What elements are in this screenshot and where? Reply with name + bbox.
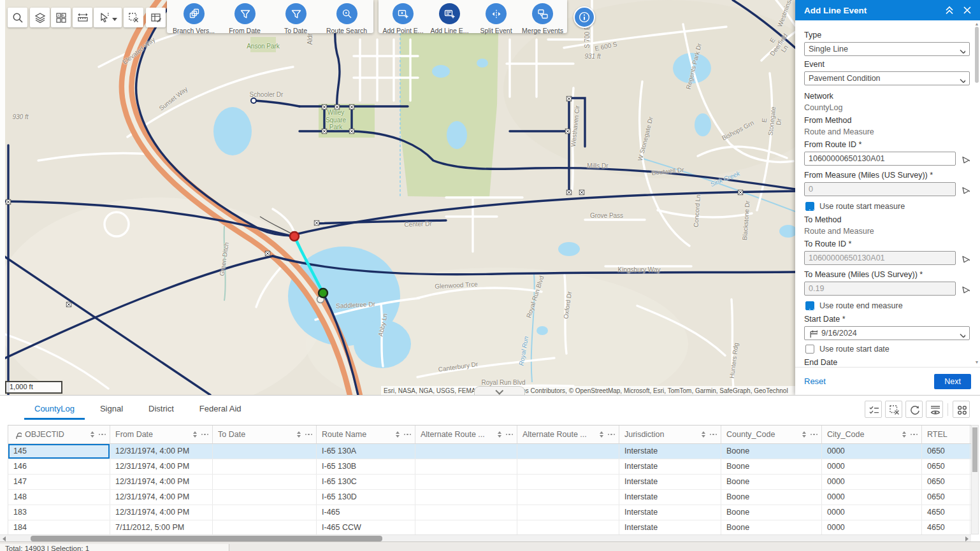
measure-button[interactable] [73,8,92,27]
sort-icon[interactable] [193,431,197,438]
pick-route-on-map-icon[interactable] [960,154,970,164]
table-cell[interactable]: Interstate [619,520,721,534]
table-cell[interactable]: Boone [721,475,822,489]
table-collapse-tab[interactable] [474,386,525,395]
sort-icon[interactable] [297,431,301,438]
tool-add-point-e[interactable]: Add Point E... [380,0,426,34]
table-cell[interactable]: 0000 [822,505,922,520]
column-header-jurisdiction[interactable]: Jurisdiction [619,426,721,443]
table-cell[interactable]: 12/31/1974, 4:00 PM [110,505,213,520]
table-row[interactable]: 14512/31/1974, 4:00 PMI-65 130AInterstat… [8,444,971,459]
table-cell[interactable]: 0000 [822,490,922,504]
table-cell[interactable]: 145 [8,444,110,459]
table-cell[interactable] [213,505,317,520]
scrollbar-thumb[interactable] [31,536,382,541]
pick-measure-on-map-icon[interactable] [960,284,970,294]
layers-button[interactable] [30,8,50,27]
use-route-end-measure-checkbox[interactable] [805,301,814,310]
sort-icon[interactable] [702,431,705,438]
tab-federal-aid[interactable]: Federal Aid [189,399,252,420]
collapse-panel-button[interactable] [943,4,956,17]
table-cell[interactable]: 12/31/1974, 4:00 PM [110,475,213,489]
table-cell[interactable]: 147 [8,475,110,489]
column-header-objectid[interactable]: OBJECTID [8,426,110,443]
column-menu-icon[interactable] [404,434,412,436]
table-cell[interactable]: 0000 [822,444,922,459]
table-cell[interactable] [517,520,619,534]
table-cell[interactable]: Boone [721,520,822,534]
clear-selection-button[interactable] [124,8,143,27]
column-header-route-name[interactable]: Route Name [317,426,415,443]
table-row[interactable]: 1847/11/2012, 5:00 PMI-465 CCWInterstate… [8,520,971,534]
table-cell[interactable]: Boone [721,459,822,474]
tool-to-date[interactable]: To Date [270,0,321,34]
sort-icon[interactable] [90,431,94,438]
use-route-start-date-checkbox[interactable] [805,345,814,354]
table-cell[interactable] [517,444,619,459]
table-cell[interactable] [415,505,517,520]
table-cell[interactable]: 12/31/1974, 4:00 PM [110,490,213,504]
search-button[interactable] [8,8,27,27]
table-cell[interactable] [213,490,317,504]
refresh-table-button[interactable] [905,401,923,418]
table-cell[interactable] [213,459,317,474]
tab-district[interactable]: District [138,399,184,420]
scroll-right-arrow[interactable] [965,536,969,541]
table-cell[interactable]: Interstate [619,444,721,459]
column-header-county-code[interactable]: County_Code [721,426,822,443]
table-cell[interactable] [517,490,619,504]
table-cell[interactable]: I-465 CCW [317,520,415,534]
pick-measure-on-map-icon[interactable] [960,185,970,195]
table-cell[interactable] [415,520,517,534]
show-selected-records-button[interactable] [865,401,882,418]
close-panel-button[interactable] [961,4,974,17]
panel-scrollbar[interactable]: ▲▼ [974,23,979,389]
table-cell[interactable] [415,490,517,504]
table-cell[interactable]: 183 [8,505,110,520]
sort-icon[interactable] [498,431,501,438]
table-cell[interactable]: 0000 [822,475,922,489]
table-options-button[interactable] [953,401,970,418]
column-menu-icon[interactable] [305,434,313,436]
tool-from-date[interactable]: From Date [219,0,270,34]
table-cell[interactable] [415,459,517,474]
table-cell[interactable]: 146 [8,459,110,474]
table-row[interactable]: 18312/31/1974, 4:00 PMI-465InterstateBoo… [8,505,971,520]
tool-branch-vers[interactable]: Branch Vers... [168,0,219,34]
to-measure-marker[interactable] [319,289,328,297]
tool-route-search[interactable]: Route Search [321,0,372,34]
reset-button[interactable]: Reset [804,376,934,386]
event-select[interactable]: Pavement Condition [804,71,970,85]
table-cell[interactable] [517,475,619,489]
table-row[interactable]: 14612/31/1974, 4:00 PMI-65 130BInterstat… [8,459,971,475]
from-route-id-input[interactable]: 10600000650130A01 [804,152,956,166]
column-menu-icon[interactable] [201,434,209,436]
column-header-city-code[interactable]: City_Code [822,426,922,443]
table-cell[interactable] [415,444,517,459]
pick-route-on-map-icon[interactable] [960,254,970,264]
sort-icon[interactable] [396,431,400,438]
column-header-rtel[interactable]: RTEL [922,426,970,443]
table-vertical-scrollbar[interactable] [971,425,979,534]
table-cell[interactable]: I-65 130A [317,444,415,459]
tool-merge-events[interactable]: Merge Events [519,0,566,34]
table-cell[interactable]: I-65 130B [317,459,415,474]
show-hide-columns-button[interactable] [926,401,943,418]
table-cell[interactable] [517,459,619,474]
column-header-alternate-route[interactable]: Alternate Route ... [517,426,619,443]
start-date-input[interactable]: 9/16/2024 [804,326,970,340]
table-cell[interactable]: Boone [721,505,822,520]
table-cell[interactable]: 0000 [822,459,922,474]
sort-icon[interactable] [902,431,906,438]
use-route-start-measure-checkbox[interactable] [805,202,814,211]
table-cell[interactable]: 4650 [922,520,970,534]
sort-icon[interactable] [600,431,603,438]
table-cell[interactable]: 184 [8,520,110,534]
table-cell[interactable]: 7/11/2012, 5:00 PM [110,520,213,534]
data-grid-button[interactable] [51,8,71,27]
table-cell[interactable]: 0650 [922,459,970,474]
table-cell[interactable]: 0000 [822,520,922,534]
column-menu-icon[interactable] [506,434,514,436]
column-menu-icon[interactable] [608,434,616,436]
from-measure-marker[interactable] [290,232,299,241]
